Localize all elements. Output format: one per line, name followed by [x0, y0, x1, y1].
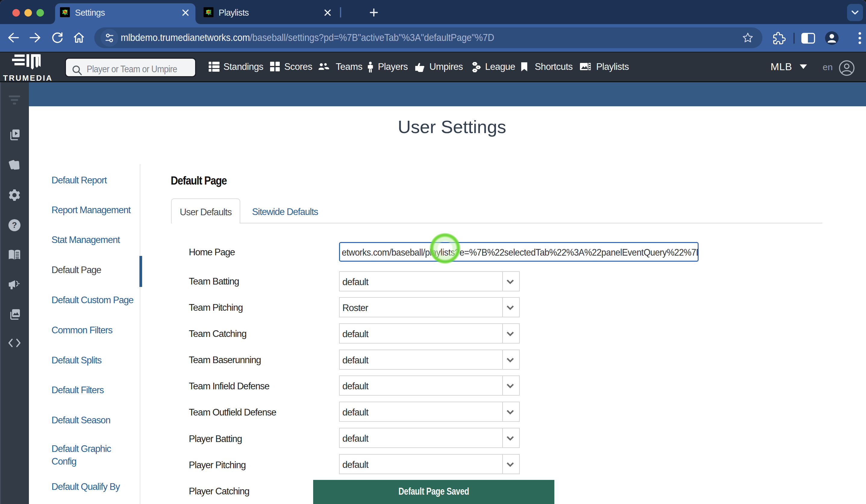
- svg-text:?: ?: [12, 221, 17, 230]
